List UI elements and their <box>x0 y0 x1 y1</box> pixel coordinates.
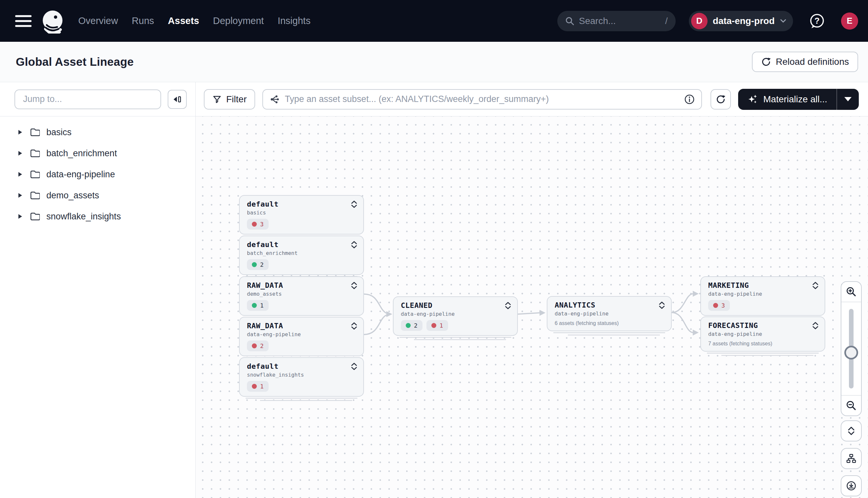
deployment-name: data-eng-prod <box>713 16 775 26</box>
asset-group-node-default-basics[interactable]: default basics 3 <box>239 195 364 235</box>
lineage-graph-canvas[interactable]: default basics 3 default b <box>196 116 868 498</box>
expand-node-icon[interactable] <box>505 302 511 309</box>
zoom-in-icon <box>846 287 856 297</box>
filter-button[interactable]: Filter <box>204 89 255 109</box>
zoom-control <box>841 281 862 416</box>
refresh-icon <box>716 94 726 104</box>
expand-node-icon[interactable] <box>812 322 819 329</box>
asset-group-node-cleaned[interactable]: CLEANED data-eng-pipeline 2 1 <box>393 296 518 336</box>
tree-item-demo-assets[interactable]: demo_assets <box>0 185 195 206</box>
status-badge-error: 1 <box>426 320 448 331</box>
tree-item-basics[interactable]: basics <box>0 122 195 143</box>
deployment-switcher[interactable]: D data-eng-prod <box>689 11 793 31</box>
asset-group-node-rawdata-demo-assets[interactable]: RAW_DATA demo_assets 1 <box>239 276 364 316</box>
error-dot-icon <box>252 384 257 389</box>
reload-definitions-button[interactable]: Reload definitions <box>752 52 858 72</box>
node-subtitle: data-eng-pipeline <box>401 311 455 317</box>
expand-node-icon[interactable] <box>351 282 357 289</box>
relayout-graph-button[interactable] <box>841 448 862 469</box>
asset-group-node-analytics[interactable]: ANALYTICS data-eng-pipeline 6 assets (fe… <box>547 296 672 331</box>
tree-item-batch-enrichment[interactable]: batch_enrichment <box>0 143 195 164</box>
asset-group-node-default-snowflake-insights[interactable]: default snowflake_insights 1 <box>239 357 364 397</box>
nav-runs[interactable]: Runs <box>132 15 154 26</box>
asset-group-tree: basics batch_enrichment data-eng-pipelin… <box>0 116 195 227</box>
search-input[interactable] <box>579 16 660 26</box>
asset-subset-icon <box>270 94 279 104</box>
error-dot-icon <box>431 323 436 328</box>
success-dot-icon <box>406 323 411 328</box>
expand-node-icon[interactable] <box>351 241 357 248</box>
filter-label: Filter <box>226 94 246 105</box>
info-icon[interactable] <box>684 94 695 105</box>
main-nav: Overview Runs Assets Deployment Insights <box>78 15 310 26</box>
node-status-text: 6 assets (fetching statuses) <box>555 320 665 326</box>
deployment-initial-badge: D <box>691 13 708 29</box>
asset-subset-input[interactable] <box>285 94 679 104</box>
expand-node-icon[interactable] <box>351 201 357 208</box>
asset-group-node-forecasting[interactable]: FORECASTING data-eng-pipeline 7 assets (… <box>700 316 825 352</box>
caret-right-icon[interactable] <box>18 193 22 198</box>
expand-node-icon[interactable] <box>351 363 357 370</box>
caret-right-icon[interactable] <box>18 130 22 134</box>
node-title: CLEANED <box>401 301 455 310</box>
expand-node-icon[interactable] <box>812 282 819 289</box>
expand-collapse-icon <box>846 426 856 435</box>
nav-insights[interactable]: Insights <box>278 15 310 26</box>
collapse-sidebar-button[interactable] <box>168 90 187 109</box>
node-subtitle: basics <box>247 210 279 216</box>
svg-text:?: ? <box>814 16 820 26</box>
help-icon[interactable]: ? <box>809 13 825 29</box>
success-dot-icon <box>252 262 257 267</box>
user-avatar[interactable]: E <box>841 13 858 30</box>
status-badge-success: 2 <box>247 259 269 270</box>
expand-node-icon[interactable] <box>351 322 357 330</box>
tree-item-snowflake-insights[interactable]: snowflake_insights <box>0 206 195 227</box>
dagster-logo[interactable] <box>40 9 65 34</box>
asset-group-node-default-batch-enrichment[interactable]: default batch_enrichment 2 <box>239 236 364 275</box>
error-dot-icon <box>252 222 257 227</box>
nav-overview[interactable]: Overview <box>78 15 118 26</box>
search-icon <box>565 16 574 26</box>
asset-group-node-marketing[interactable]: MARKETING data-eng-pipeline 3 <box>700 276 825 316</box>
zoom-out-button[interactable] <box>841 395 861 416</box>
status-badge-error: 1 <box>247 381 269 392</box>
lineage-toolbar: Filter <box>196 82 868 116</box>
caret-right-icon[interactable] <box>18 151 22 156</box>
nav-assets[interactable]: Assets <box>168 15 199 26</box>
folder-icon <box>30 212 40 221</box>
node-title: default <box>247 240 297 249</box>
zoom-in-button[interactable] <box>841 282 861 302</box>
folder-icon <box>30 128 40 137</box>
node-title: MARKETING <box>708 281 762 290</box>
sidebar-header <box>0 82 195 116</box>
search-shortcut-hint: / <box>665 16 668 26</box>
reload-icon <box>761 57 771 67</box>
filter-icon <box>212 95 222 104</box>
refresh-graph-button[interactable] <box>710 89 731 109</box>
expand-all-groups-button[interactable] <box>841 420 862 442</box>
asset-group-node-rawdata-data-eng-pipeline[interactable]: RAW_DATA data-eng-pipeline 2 <box>239 317 364 356</box>
tree-item-label: data-eng-pipeline <box>46 169 115 180</box>
zoom-slider-knob[interactable] <box>844 346 858 359</box>
node-title: ANALYTICS <box>555 301 609 310</box>
materialize-all-button[interactable]: Materialize all... <box>738 89 859 110</box>
node-subtitle: snowflake_insights <box>247 372 304 378</box>
node-subtitle: data-eng-pipeline <box>708 291 762 297</box>
caret-right-icon[interactable] <box>18 214 22 219</box>
jump-to-input[interactable] <box>14 90 161 109</box>
asset-tree-sidebar: basics batch_enrichment data-eng-pipelin… <box>0 82 196 498</box>
sparkles-icon <box>747 94 758 105</box>
global-search[interactable]: / <box>557 11 676 31</box>
tree-item-data-eng-pipeline[interactable]: data-eng-pipeline <box>0 164 195 185</box>
download-graph-button[interactable] <box>841 475 862 496</box>
caret-right-icon[interactable] <box>18 172 22 176</box>
status-badge-error: 3 <box>708 300 730 311</box>
expand-node-icon[interactable] <box>658 302 665 309</box>
page-header: Global Asset Lineage Reload definitions <box>0 42 868 82</box>
materialize-options-caret[interactable] <box>837 89 859 110</box>
nav-deployment[interactable]: Deployment <box>213 15 264 26</box>
node-title: FORECASTING <box>708 322 762 330</box>
chevron-down-icon <box>780 19 786 23</box>
caret-down-icon <box>844 97 852 101</box>
hamburger-menu-icon[interactable] <box>15 15 31 27</box>
